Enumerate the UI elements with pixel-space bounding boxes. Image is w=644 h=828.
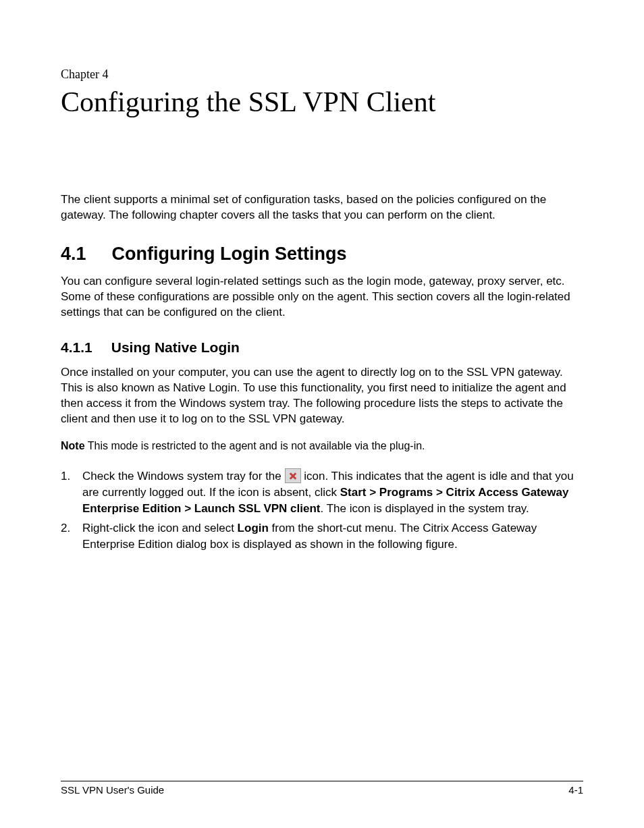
intro-paragraph: The client supports a minimal set of con… <box>61 192 583 223</box>
citrix-agent-tray-icon <box>285 468 301 483</box>
chapter-label: Chapter 4 <box>61 67 583 82</box>
subsection-title: Using Native Login <box>111 339 240 355</box>
step-1: Check the Windows system tray for the ic… <box>61 468 583 516</box>
subsection-number: 4.1.1 <box>61 339 92 356</box>
subsection-paragraph: Once installed on your computer, you can… <box>61 365 583 427</box>
note-label: Note <box>61 440 85 451</box>
step-2-login-label: Login <box>238 522 269 534</box>
note-line: Note This mode is restricted to the agen… <box>61 439 583 453</box>
section-paragraph: You can configure several login-related … <box>61 274 583 321</box>
step-1-text-pre: Check the Windows system tray for the <box>82 470 285 482</box>
step-2-text-pre: Right-click the icon and select <box>82 522 238 534</box>
section-number: 4.1 <box>61 244 86 265</box>
steps-list: Check the Windows system tray for the ic… <box>61 468 583 553</box>
page-footer: SSL VPN User's Guide 4-1 <box>61 781 583 796</box>
chapter-title: Configuring the SSL VPN Client <box>61 86 583 118</box>
subsection-heading-4-1-1: 4.1.1Using Native Login <box>61 339 583 356</box>
step-2: Right-click the icon and select Login fr… <box>61 520 583 553</box>
section-heading-4-1: 4.1Configuring Login Settings <box>61 244 583 265</box>
footer-page-number: 4-1 <box>568 784 583 796</box>
footer-divider <box>61 781 583 781</box>
step-1-text-post: . The icon is displayed in the system tr… <box>321 502 529 515</box>
footer-guide-title: SSL VPN User's Guide <box>61 784 164 796</box>
note-text: This mode is restricted to the agent and… <box>85 440 425 451</box>
section-title: Configuring Login Settings <box>112 244 347 264</box>
